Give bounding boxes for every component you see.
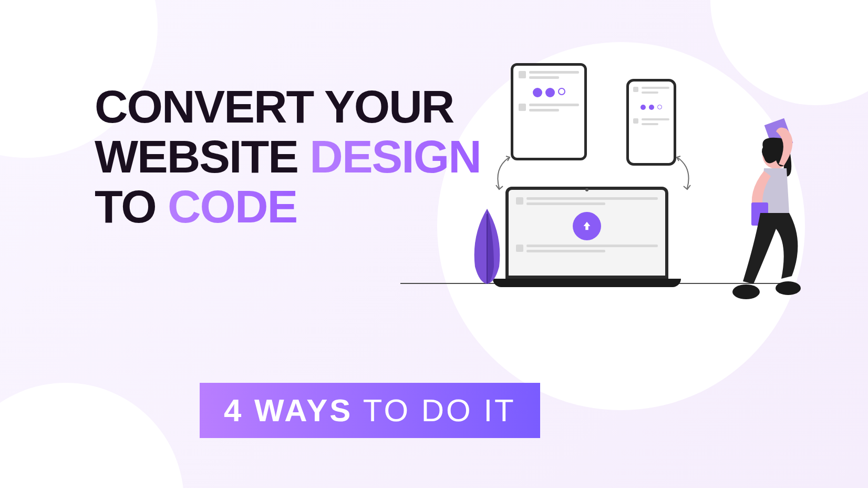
laptop-mockup (505, 187, 668, 287)
svg-point-4 (776, 281, 801, 295)
banner-bold: 4 ways (224, 393, 353, 428)
svg-point-3 (732, 284, 760, 299)
tablet-mockup (511, 63, 587, 160)
upload-arrow-icon (573, 212, 601, 240)
headline-line-3-dark: to (95, 180, 168, 232)
headline-line-3-accent: code (168, 180, 297, 232)
headline-line-1: Convert your (95, 80, 453, 133)
bg-circle (0, 383, 184, 488)
person-holding-device-icon (726, 116, 821, 326)
phone-mockup (626, 79, 676, 166)
banner-rest: to do it (353, 393, 515, 428)
sync-arrow-icon (671, 152, 698, 195)
subtitle-banner: 4 ways to do it (200, 383, 540, 438)
hero-illustration (400, 63, 794, 358)
headline-line-2-dark: website (95, 130, 309, 182)
leaf-icon (469, 206, 505, 285)
